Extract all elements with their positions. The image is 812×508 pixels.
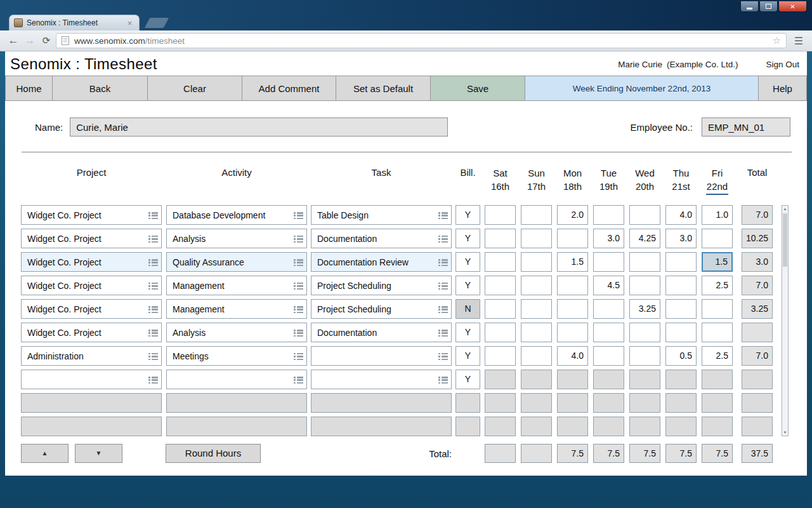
list-picker-icon[interactable] xyxy=(294,211,303,219)
list-picker-icon[interactable] xyxy=(148,282,158,290)
list-picker-icon[interactable] xyxy=(148,352,158,360)
hours-cell-tue[interactable]: 3.0 xyxy=(593,229,624,248)
list-picker-icon[interactable] xyxy=(294,376,303,384)
task-field[interactable]: Documentation xyxy=(311,229,452,248)
hours-cell-thu[interactable] xyxy=(665,323,697,342)
hours-cell-sun[interactable] xyxy=(521,252,552,272)
task-field[interactable]: Project Scheduling xyxy=(311,299,452,319)
billable-cell[interactable]: Y xyxy=(455,276,480,295)
hours-cell-wed[interactable] xyxy=(629,205,660,225)
task-field[interactable]: Documentation xyxy=(311,323,452,342)
help-button[interactable]: Help xyxy=(758,76,807,101)
reload-icon[interactable]: ⟳ xyxy=(38,35,55,46)
hours-cell-mon[interactable]: 4.0 xyxy=(557,346,588,366)
activity-field[interactable]: Management xyxy=(166,276,307,295)
project-field[interactable]: Widget Co. Project xyxy=(21,229,162,248)
hours-cell-sat[interactable] xyxy=(485,346,516,366)
browser-tab[interactable]: Senomix : Timesheet × xyxy=(9,15,140,30)
list-picker-icon[interactable] xyxy=(148,329,158,337)
scrollbar-down-icon[interactable]: ▼ xyxy=(783,431,787,434)
hours-cell-fri[interactable] xyxy=(702,323,733,342)
new-tab-button[interactable] xyxy=(145,18,169,28)
hours-cell-mon[interactable]: 2.0 xyxy=(557,205,588,225)
list-picker-icon[interactable] xyxy=(438,376,448,384)
hours-cell-thu[interactable] xyxy=(665,276,697,295)
task-field[interactable]: Documentation Review xyxy=(311,252,452,272)
hours-cell-mon[interactable] xyxy=(557,276,588,295)
hours-cell-mon[interactable]: 1.5 xyxy=(557,252,588,272)
hours-cell-tue[interactable] xyxy=(593,346,624,366)
activity-field[interactable]: Meetings xyxy=(166,346,307,366)
hours-cell-wed[interactable]: 3.25 xyxy=(629,299,660,319)
hours-cell-fri[interactable]: 2.5 xyxy=(702,346,733,366)
billable-cell-non-billable[interactable]: N xyxy=(455,299,480,319)
hours-cell-wed[interactable] xyxy=(629,323,660,342)
hours-cell-sun[interactable] xyxy=(521,205,552,225)
hours-cell-thu[interactable]: 0.5 xyxy=(665,346,697,366)
list-picker-icon[interactable] xyxy=(148,258,158,266)
activity-field[interactable]: Quality Assurance xyxy=(166,252,307,272)
list-picker-icon[interactable] xyxy=(294,305,303,313)
activity-field[interactable]: Database Development xyxy=(166,205,307,225)
back-button[interactable]: Back xyxy=(52,76,148,101)
hours-cell-fri[interactable]: 2.5 xyxy=(702,276,733,295)
hours-cell-sun[interactable] xyxy=(521,276,552,295)
browser-menu-icon[interactable]: ☰ xyxy=(790,35,807,47)
project-field[interactable]: Widget Co. Project xyxy=(21,299,162,319)
list-picker-icon[interactable] xyxy=(438,211,448,219)
add-comment-button[interactable]: Add Comment xyxy=(242,76,336,101)
hours-cell-wed[interactable] xyxy=(629,276,660,295)
hours-cell-fri[interactable] xyxy=(702,299,733,319)
list-picker-icon[interactable] xyxy=(294,258,303,266)
table-scrollbar[interactable]: ▲ ▼ xyxy=(782,205,789,436)
list-picker-icon[interactable] xyxy=(294,352,303,360)
forward-icon[interactable]: → xyxy=(22,34,38,47)
move-row-down-button[interactable]: ▼ xyxy=(75,444,122,463)
list-picker-icon[interactable] xyxy=(148,376,158,384)
list-picker-icon[interactable] xyxy=(148,235,158,243)
billable-cell[interactable]: Y xyxy=(455,323,480,342)
hours-cell-tue[interactable] xyxy=(593,252,624,272)
list-picker-icon[interactable] xyxy=(294,235,303,243)
hours-cell-wed[interactable]: 4.25 xyxy=(629,229,660,248)
address-bar[interactable]: www.senomix.com/timesheet ☆ xyxy=(56,33,787,48)
round-hours-button[interactable]: Round Hours xyxy=(166,444,261,463)
hours-cell-sat[interactable] xyxy=(485,276,516,295)
hours-cell-thu[interactable] xyxy=(665,252,697,272)
list-picker-icon[interactable] xyxy=(148,305,158,313)
minimize-button[interactable] xyxy=(740,1,759,12)
task-field[interactable] xyxy=(311,346,452,366)
hours-cell-mon[interactable] xyxy=(557,229,588,248)
hours-cell-sat[interactable] xyxy=(485,205,516,225)
hours-cell-sun[interactable] xyxy=(521,299,552,319)
list-picker-icon[interactable] xyxy=(438,305,448,313)
hours-cell-sat[interactable] xyxy=(485,229,516,248)
list-picker-icon[interactable] xyxy=(438,329,448,337)
list-picker-icon[interactable] xyxy=(294,329,303,337)
hours-cell-sat[interactable] xyxy=(485,252,516,272)
list-picker-icon[interactable] xyxy=(438,282,448,290)
hours-cell-fri[interactable]: 1.0 xyxy=(702,205,733,225)
close-button[interactable]: ✕ xyxy=(778,1,807,12)
list-picker-icon[interactable] xyxy=(148,211,158,219)
hours-cell-sun[interactable] xyxy=(521,346,552,366)
hours-cell-thu[interactable]: 4.0 xyxy=(665,205,697,225)
billable-cell[interactable]: Y xyxy=(455,205,480,225)
billable-cell[interactable]: Y xyxy=(455,229,480,248)
hours-cell-sat[interactable] xyxy=(485,323,516,342)
sign-out-link[interactable]: Sign Out xyxy=(766,60,799,69)
hours-cell-fri[interactable] xyxy=(702,229,733,248)
project-field[interactable]: Widget Co. Project xyxy=(21,276,162,295)
hours-cell-tue[interactable] xyxy=(593,299,624,319)
hours-cell-tue[interactable] xyxy=(593,205,624,225)
hours-cell-sun[interactable] xyxy=(521,229,552,248)
hours-cell-sat[interactable] xyxy=(485,299,516,319)
back-icon[interactable]: ← xyxy=(5,34,22,47)
bookmark-star-icon[interactable]: ☆ xyxy=(773,35,781,46)
home-button[interactable]: Home xyxy=(5,76,53,101)
task-field[interactable] xyxy=(311,370,452,389)
activity-field[interactable] xyxy=(166,370,307,389)
hours-cell-fri-selected[interactable]: 1.5 xyxy=(702,252,733,272)
scrollbar-up-icon[interactable]: ▲ xyxy=(783,207,787,211)
employee-no-field[interactable]: EMP_MN_01 xyxy=(702,117,790,137)
